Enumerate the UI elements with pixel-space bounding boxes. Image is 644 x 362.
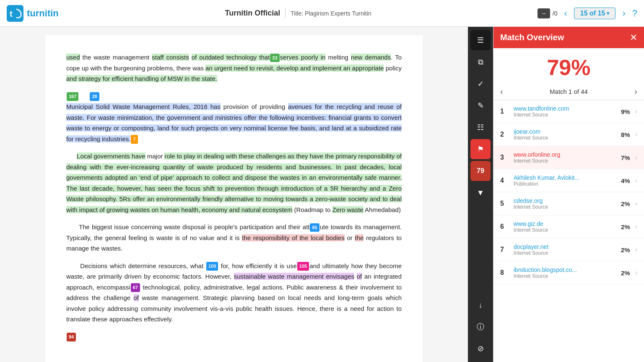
prev-page-button[interactable]: ‹ [561, 6, 571, 21]
badge-105: 105 [297, 262, 309, 271]
match-source-type: Internet Source [514, 158, 616, 164]
match-source-info: Akhilesh Kumar, Avlokit... Publication [514, 174, 616, 187]
highlight-text: of [357, 273, 362, 280]
match-source-pct: 2% [621, 223, 630, 230]
layers2-tool-button[interactable]: ⧉ [470, 52, 491, 72]
match-source-pct: 7% [621, 154, 630, 161]
paragraph-2: 167 28 Municipal Solid Waste Management … [66, 91, 402, 145]
check-icon: ✓ [478, 79, 484, 88]
match-source-name: ijoear.com [514, 128, 616, 135]
flag-tool-button[interactable]: ⚑ [470, 139, 491, 159]
page-total: /0 [553, 10, 558, 17]
match-source-num: 5 [500, 200, 509, 207]
highlight-text: of outdated technology that [192, 54, 270, 61]
badge-28: 28 [90, 92, 99, 101]
match-source-pct: 8% [621, 131, 630, 138]
flag-icon: ⚑ [477, 145, 484, 154]
document-title: Title: Plagirism Experts Turnitin [291, 10, 371, 17]
highlight-text: Municipal Solid Waste Management Rules, … [66, 103, 221, 110]
badge-33: 33 [270, 54, 279, 62]
next-page-button[interactable]: › [619, 6, 628, 21]
match-source-pct: 2% [621, 246, 630, 253]
grid-tool-button[interactable]: ☷ [470, 117, 491, 137]
header-nav: -- /0 ‹ 15 of 15 ▾ › ? [538, 6, 637, 21]
layers-icon: ☰ [477, 36, 484, 45]
highlight-text: and strategy for efficient handling of M… [66, 75, 217, 82]
match-source-num: 4 [500, 177, 509, 184]
match-source-type: Internet Source [514, 227, 616, 233]
badge-67: 67 [131, 283, 140, 292]
match-source-type: Publication [514, 181, 616, 187]
badge-85: 85 [310, 223, 319, 232]
close-panel-button[interactable]: ✕ [630, 33, 637, 42]
publisher-name: Turnitin Official [225, 9, 280, 18]
badge-100: 100 [206, 262, 218, 271]
download-tool-button[interactable]: ↓ [470, 295, 491, 315]
page-indicator-button[interactable]: 15 of 15 ▾ [574, 8, 616, 19]
help-button[interactable]: ? [632, 8, 637, 19]
filter-tool-button[interactable]: ▼ [470, 183, 491, 203]
match-nav-next-button[interactable]: › [634, 87, 637, 96]
paragraph-5: Decisions which determine resources, wha… [66, 261, 402, 325]
highlight-text: an urgent need to revisit, develop and i… [205, 65, 384, 72]
svg-text:t: t [10, 9, 13, 18]
match-source-pct: 2% [621, 200, 630, 207]
match-source-item-5[interactable]: 5 cdedse.org Internet Source 2% › [493, 192, 644, 215]
match-source-item-6[interactable]: 6 www.giz.de Internet Source 2% › [493, 215, 644, 238]
match-source-pct: 9% [621, 108, 630, 115]
match-nav-prev-button[interactable]: ‹ [500, 87, 503, 96]
highlight-text: role to play in dealing with these chall… [66, 153, 402, 213]
match-source-info: www.giz.de Internet Source [514, 220, 616, 233]
match-source-info: docplayer.net Internet Source [514, 243, 616, 256]
highlight-text: the responsibility of the local bodies [242, 234, 345, 241]
turnitin-logo-icon: t [7, 5, 23, 22]
match-source-item-8[interactable]: 8 ibnduction.blogspot.co... Internet Sou… [493, 261, 644, 284]
match-source-item-3[interactable]: 3 www.orfonline.org Internet Source 7% › [493, 146, 644, 169]
match-source-pct: 2% [621, 269, 630, 277]
highlight-text: staff consists [152, 54, 189, 61]
sidebar-tools: ☰ ⧉ ✓ ✎ ☷ ⚑ 79 ▼ ↓ ⓘ ⊘ [468, 27, 493, 362]
match-source-type: Internet Source [514, 112, 616, 118]
download-icon: ↓ [479, 301, 483, 310]
paragraph-1: used the waste management staff consists… [66, 52, 402, 84]
match-nav-label: Match 1 of 44 [550, 88, 588, 95]
chevron-down-icon: ▾ [607, 10, 609, 16]
match-source-item-2[interactable]: 2 ijoear.com Internet Source 8% › [493, 123, 644, 146]
match-source-type: Internet Source [514, 250, 616, 256]
match-source-item-1[interactable]: 1 www.tandfonline.com Internet Source 9%… [493, 100, 644, 123]
match-source-info: cdedse.org Internet Source [514, 197, 616, 210]
filter-icon: ▼ [477, 189, 484, 197]
chevron-right-icon: › [635, 200, 637, 207]
chevron-right-icon: › [635, 177, 637, 184]
info-tool-button[interactable]: ⓘ [470, 317, 491, 337]
layers-tool-button[interactable]: ☰ [470, 30, 491, 50]
match-source-item-4[interactable]: 4 Akhilesh Kumar, Avlokit... Publication… [493, 169, 644, 192]
match-source-num: 2 [500, 131, 509, 138]
match-source-num: 8 [500, 269, 509, 277]
match-source-name: docplayer.net [514, 243, 616, 250]
match-source-type: Internet Source [514, 204, 616, 210]
match-source-num: 7 [500, 246, 509, 253]
edit-tool-button[interactable]: ✎ [470, 96, 491, 116]
match-source-num: 6 [500, 223, 509, 230]
check-tool-button[interactable]: ✓ [470, 74, 491, 94]
paragraph-4: The biggest issue concerning waste dispo… [66, 222, 402, 254]
block-tool-button[interactable]: ⊘ [470, 339, 491, 359]
highlight-text: Zero waste [332, 206, 364, 213]
header-center: Turnitin Official Title: Plagirism Exper… [65, 8, 531, 18]
match-percentage: 79% [493, 48, 644, 83]
highlight-text: used [66, 54, 80, 61]
match-source-info: www.orfonline.org Internet Source [514, 151, 616, 164]
highlight-text: serves poorly in [280, 54, 326, 61]
paragraph-3: Local governments have major role to pla… [66, 151, 402, 215]
match-source-item-7[interactable]: 7 docplayer.net Internet Source 2% › [493, 238, 644, 261]
badge-167: 167 [67, 92, 78, 101]
match-source-name: ibnduction.blogspot.co... [514, 266, 616, 273]
chevron-right-icon: › [635, 108, 637, 115]
highlight-text: new demands [351, 54, 391, 61]
paragraph-6: 94 [66, 331, 402, 342]
highlight-text: of [134, 294, 139, 301]
highlight-text: sustainable waste management envisages [234, 273, 354, 280]
score-badge-button[interactable]: 79 [470, 161, 491, 181]
chevron-right-icon: › [635, 131, 637, 138]
